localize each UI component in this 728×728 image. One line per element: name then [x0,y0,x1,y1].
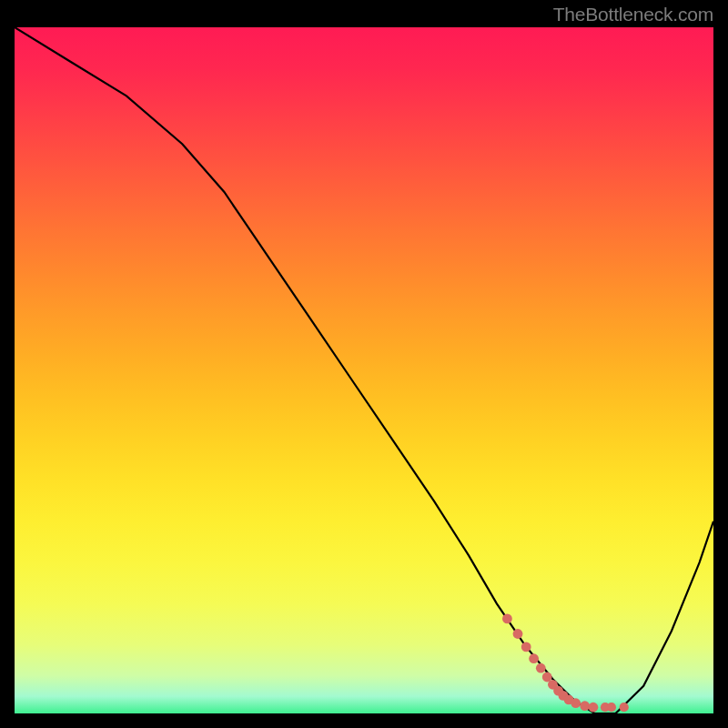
svg-point-10 [571,698,581,708]
svg-point-1 [513,629,523,639]
svg-point-4 [536,663,546,673]
svg-point-12 [589,703,599,713]
chart-background [15,27,713,713]
svg-point-3 [529,653,539,663]
svg-point-15 [620,703,629,712]
svg-point-2 [521,642,531,652]
svg-point-11 [580,701,590,711]
watermark: TheBottleneck.com [553,4,713,25]
svg-point-14 [607,703,616,712]
chart-frame [15,27,713,713]
svg-point-0 [502,614,512,624]
chart-svg [15,27,713,713]
